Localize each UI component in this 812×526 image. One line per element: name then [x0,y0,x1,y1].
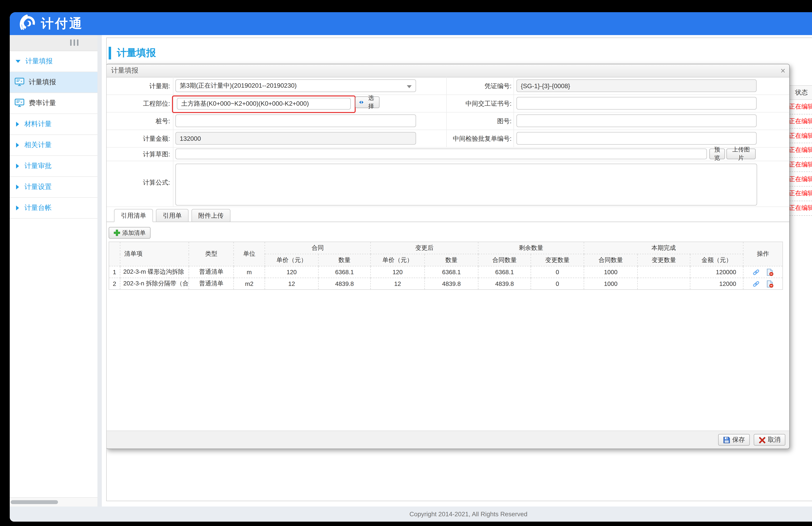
tab-yinyong-qingdan[interactable]: 引用清单 [114,209,153,222]
close-icon[interactable]: × [781,67,785,75]
sidebar-item-label: 计量填报 [25,57,53,66]
row-number: 1 [109,266,120,278]
caret-right-icon [16,164,19,169]
caret-right-icon [16,185,19,189]
sidebar-item-feilv-jiliang[interactable]: 费率计量 [10,93,98,114]
grip-icon [70,40,81,46]
dialog-tabstrip: 引用清单 引用单 附件上传 [106,209,789,222]
contract-price-cell: 12 [265,278,318,290]
copyright-text: Copyright 2014-2021, All Rights Reserved [409,510,527,518]
sketch-field[interactable] [175,148,707,159]
dialog-titlebar[interactable]: 计量填报 × [106,64,789,77]
amount-header: 金额（元） [690,254,743,266]
type-cell: 普通清单 [189,278,234,290]
tab-fujian-shangchuan[interactable]: 附件上传 [191,209,230,222]
part-label: 工程部位: [106,99,170,108]
page-title-block: 计量填报 [108,46,156,59]
voucher-field[interactable] [517,79,757,92]
contract-qty-header: 合同数量 [478,254,531,266]
change-qty-header: 变更数量 [531,254,584,266]
sidebar-item-jiliang-tianbao-group[interactable]: 计量填报 [10,51,98,72]
sidebar-item-label: 计量设置 [24,182,52,191]
app-header: 计付通 通知 管理员 [10,12,812,35]
period-value: 第3期(正在计量中)(20190201--20190230) [180,81,297,90]
approval-field[interactable] [517,132,757,145]
cancel-button[interactable]: 取消 [754,434,785,445]
content-region: 计量填报 计量填报 [10,35,812,507]
changed-qty-cell: 6368.1 [425,266,478,278]
changed-price-cell: 12 [371,278,425,290]
select-part-label: 选择 [366,94,376,111]
sidebar-item-jiliang-taizhang[interactable]: 计量台帐 [10,198,98,219]
part-field[interactable] [177,98,351,109]
add-list-item-button[interactable]: 添加清单 [108,227,150,239]
link-icon[interactable] [752,268,760,276]
remaining-change-cell: 0 [531,278,584,290]
sidebar-splitter[interactable] [98,35,102,507]
tab-yinyong-dan[interactable]: 引用单 [156,209,189,222]
unit-cell: m [234,266,265,278]
page-footer: Copyright 2014-2021, All Rights Reserved [10,507,812,522]
link-icon[interactable] [752,280,760,288]
content-panel: 计量填报 状态 操作 正在编辑 [106,38,812,501]
upload-image-button[interactable]: 上传图片 [726,148,756,159]
row-actions [743,266,783,278]
sidebar-hscrollbar[interactable] [10,497,98,507]
unit-header: 单位 [234,242,265,266]
transfer-icon [359,100,364,105]
current-contract-cell: 1000 [584,278,638,290]
cert-field[interactable] [517,97,757,109]
qty-header: 数量 [425,254,478,266]
sidebar-item-jiliang-shenpi[interactable]: 计量审批 [10,156,98,177]
contract-qty-cell: 4839.8 [318,278,371,290]
sidebar-item-label: 相关计量 [24,141,52,149]
cancel-x-icon [758,436,766,443]
sidebar: 计量填报 计量填报 [10,35,98,507]
formula-label: 计算公式: [106,178,170,187]
sidebar-hscrollbar-thumb[interactable] [11,500,58,504]
sidebar-item-label: 计量审批 [24,162,52,171]
sidebar-item-xiangguan-jiliang[interactable]: 相关计量 [10,135,98,156]
change-qty-header: 变更数量 [638,254,690,266]
app-window: 计付通 通知 管理员 [10,12,812,522]
current-change-cell [638,278,690,290]
sidebar-collapse-strip[interactable] [10,35,98,51]
changed-price-cell: 120 [371,266,425,278]
contract-qty-cell: 6368.1 [318,266,371,278]
brand: 计付通 [18,14,83,34]
sidebar-item-jiliang-tianbao[interactable]: 计量填报 [10,72,98,93]
pile-field[interactable] [175,115,416,127]
measurement-form-dialog: 计量填报 × [106,64,790,449]
current-group-header: 本期完成 [584,242,743,254]
drawing-label: 图号: [447,117,511,126]
cert-label: 中间交工证书号: [447,99,511,108]
item-header: 清单项 [120,242,189,266]
amount-cell: 120000 [690,266,743,278]
table-row[interactable]: 1 202-3-m 碟形边沟拆除 普通清单 m 120 6368.1 120 6… [109,266,783,278]
qty-header: 数量 [318,254,371,266]
sidebar-item-jiliang-shezhi[interactable]: 计量设置 [10,177,98,198]
part-field-highlight [172,96,356,113]
table-row[interactable]: 2 202-3-n 拆除分隔带（合 普通清单 m2 12 4839.8 12 4… [109,278,783,290]
item-cell: 202-3-m 碟形边沟拆除 [120,266,189,278]
monitor-icon [15,98,24,108]
period-label: 计量期: [106,82,170,91]
amount-label: 计量金额: [106,134,170,143]
select-part-button[interactable]: 选择 [355,97,379,108]
drawing-field[interactable] [517,115,757,127]
formula-textarea[interactable] [175,164,757,206]
preview-button[interactable]: 预览 [709,148,725,159]
sidebar-menu: 计量填报 计量填报 [10,51,98,497]
delete-icon[interactable] [766,280,773,288]
remaining-contract-cell: 4839.8 [478,278,531,290]
sidebar-item-cailiao-jiliang[interactable]: 材料计量 [10,114,98,135]
contract-group-header: 合同 [265,242,371,254]
save-button[interactable]: 保存 [718,434,750,445]
period-select[interactable]: 第3期(正在计量中)(20190201--20190230) [175,79,416,92]
delete-icon[interactable] [766,268,773,276]
row-number-header [109,242,120,266]
amount-cell: 12000 [690,278,743,290]
amount-field[interactable] [175,132,416,145]
price-header: 单价（元） [265,254,318,266]
sidebar-item-label: 计量填报 [29,78,56,87]
